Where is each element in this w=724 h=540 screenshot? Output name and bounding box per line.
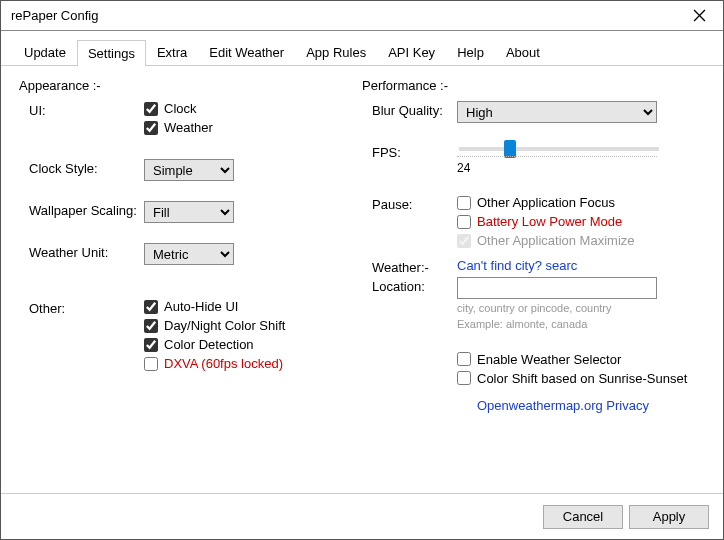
checkbox-daynight-label: Day/Night Color Shift	[164, 318, 285, 333]
checkbox-colordetect-input[interactable]	[144, 338, 158, 352]
window-title: rePaper Config	[11, 8, 679, 23]
checkbox-pause-maximize: Other Application Maximize	[457, 233, 705, 248]
location-hint-2: Example: almonte, canada	[457, 317, 705, 331]
checkbox-enable-weather-selector[interactable]: Enable Weather Selector	[457, 352, 705, 367]
checkbox-clock-input[interactable]	[144, 102, 158, 116]
fps-label: FPS:	[362, 143, 457, 160]
fps-value: 24	[457, 161, 705, 175]
titlebar: rePaper Config	[1, 1, 723, 31]
wallpaper-scaling-select[interactable]: Fill	[144, 201, 234, 223]
checkbox-dxva-input[interactable]	[144, 357, 158, 371]
checkbox-daynight-input[interactable]	[144, 319, 158, 333]
checkbox-sunrise-colorshift[interactable]: Color Shift based on Sunrise-Sunset	[457, 371, 705, 386]
blur-label: Blur Quality:	[362, 101, 457, 118]
checkbox-enable-weather-selector-label: Enable Weather Selector	[477, 352, 621, 367]
weather-subheader: Weather:-	[362, 258, 457, 275]
fps-ticks	[457, 151, 657, 157]
checkbox-dxva[interactable]: DXVA (60fps locked)	[144, 356, 362, 371]
checkbox-pause-battery[interactable]: Battery Low Power Mode	[457, 214, 705, 229]
tab-bar: Update Settings Extra Edit Weather App R…	[1, 31, 723, 66]
checkbox-pause-battery-input[interactable]	[457, 215, 471, 229]
checkbox-autohide[interactable]: Auto-Hide UI	[144, 299, 362, 314]
cant-find-city-link[interactable]: Can't find city? searc	[457, 258, 693, 273]
clock-style-select[interactable]: Simple	[144, 159, 234, 181]
openweathermap-privacy-link[interactable]: Openweathermap.org Privacy	[457, 398, 705, 413]
tab-update[interactable]: Update	[13, 39, 77, 65]
checkbox-dxva-label: DXVA (60fps locked)	[164, 356, 283, 371]
checkbox-pause-focus[interactable]: Other Application Focus	[457, 195, 705, 210]
checkbox-clock-label: Clock	[164, 101, 197, 116]
performance-column: Performance :- Blur Quality: High FPS: 2…	[362, 78, 705, 481]
ui-label: UI:	[19, 101, 144, 118]
weather-unit-select[interactable]: Metric	[144, 243, 234, 265]
weather-unit-label: Weather Unit:	[19, 243, 144, 260]
other-label: Other:	[19, 299, 144, 316]
tab-edit-weather[interactable]: Edit Weather	[198, 39, 295, 65]
checkbox-enable-weather-selector-input[interactable]	[457, 352, 471, 366]
checkbox-pause-focus-input[interactable]	[457, 196, 471, 210]
close-icon	[693, 9, 706, 22]
checkbox-weather-input[interactable]	[144, 121, 158, 135]
checkbox-sunrise-colorshift-input[interactable]	[457, 371, 471, 385]
checkbox-colordetect[interactable]: Color Detection	[144, 337, 362, 352]
checkbox-autohide-input[interactable]	[144, 300, 158, 314]
window: rePaper Config Update Settings Extra Edi…	[0, 0, 724, 540]
location-input[interactable]	[457, 277, 657, 299]
appearance-header: Appearance :-	[19, 78, 362, 93]
tab-about[interactable]: About	[495, 39, 551, 65]
location-label: Location:	[362, 277, 457, 294]
apply-button[interactable]: Apply	[629, 505, 709, 529]
checkbox-weather[interactable]: Weather	[144, 120, 362, 135]
tab-app-rules[interactable]: App Rules	[295, 39, 377, 65]
tab-api-key[interactable]: API Key	[377, 39, 446, 65]
blur-select[interactable]: High	[457, 101, 657, 123]
pause-label: Pause:	[362, 195, 457, 212]
checkbox-colordetect-label: Color Detection	[164, 337, 254, 352]
tab-extra[interactable]: Extra	[146, 39, 198, 65]
checkbox-autohide-label: Auto-Hide UI	[164, 299, 238, 314]
tab-help[interactable]: Help	[446, 39, 495, 65]
checkbox-pause-maximize-input	[457, 234, 471, 248]
checkbox-pause-battery-label: Battery Low Power Mode	[477, 214, 622, 229]
appearance-column: Appearance :- UI: Clock Weather Clock St…	[19, 78, 362, 481]
panel-body: Appearance :- UI: Clock Weather Clock St…	[1, 66, 723, 493]
footer: Cancel Apply	[1, 493, 723, 539]
checkbox-pause-focus-label: Other Application Focus	[477, 195, 615, 210]
checkbox-clock[interactable]: Clock	[144, 101, 362, 116]
performance-header: Performance :-	[362, 78, 705, 93]
tab-settings[interactable]: Settings	[77, 40, 146, 66]
clock-style-label: Clock Style:	[19, 159, 144, 176]
checkbox-sunrise-colorshift-label: Color Shift based on Sunrise-Sunset	[477, 371, 687, 386]
checkbox-pause-maximize-label: Other Application Maximize	[477, 233, 635, 248]
wallpaper-scaling-label: Wallpaper Scaling:	[19, 201, 144, 218]
checkbox-daynight[interactable]: Day/Night Color Shift	[144, 318, 362, 333]
location-hint-1: city, country or pincode, country	[457, 301, 705, 315]
close-button[interactable]	[679, 1, 719, 30]
cancel-button[interactable]: Cancel	[543, 505, 623, 529]
checkbox-weather-label: Weather	[164, 120, 213, 135]
